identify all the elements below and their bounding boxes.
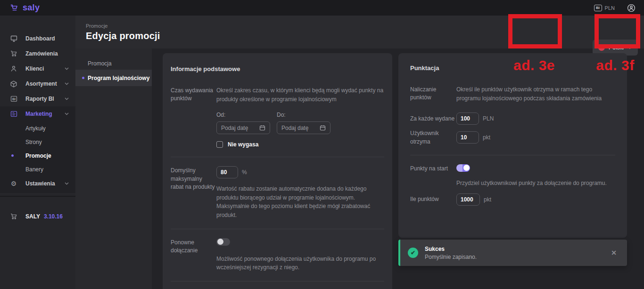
gear-icon: ⚙: [10, 180, 17, 187]
app-version: 3.10.16: [44, 213, 63, 220]
active-dot: [82, 77, 84, 79]
toast-title: Sukces: [425, 246, 611, 252]
no-expire-checkbox-row[interactable]: Nie wygasa: [216, 141, 384, 148]
currency-code: PLN: [605, 5, 615, 11]
divider: [171, 229, 384, 229]
account-icon[interactable]: [627, 4, 636, 12]
start-points-toggle[interactable]: [456, 164, 470, 172]
sidebar-item-banery[interactable]: Banery: [0, 162, 75, 176]
rejoin-row: Ponowne dołączanie Możliwość ponownego d…: [171, 238, 384, 272]
sidebar-item-artykuly[interactable]: Artykuły: [0, 121, 75, 135]
discount-row: Domyślny maksymalny rabat na produkty % …: [171, 166, 384, 219]
tab-promocja[interactable]: Promocja: [75, 48, 152, 70]
chevron-down-icon: [65, 82, 69, 85]
page-title: Edycja promocji: [86, 31, 160, 41]
banknote-icon: Bi: [594, 5, 602, 11]
breadcrumb: Promocje: [86, 23, 107, 29]
sidebar: Dashboard Zamówienia Klienci Asortyment: [0, 16, 75, 289]
cart-logo-icon: [10, 4, 21, 12]
sidebar-item-klienci[interactable]: Klienci: [0, 61, 75, 76]
start-points-amount-input[interactable]: [456, 193, 480, 206]
chevron-down-icon: [65, 182, 69, 185]
date-to-input[interactable]: Podaj datę: [277, 121, 330, 134]
sidebar-item-asortyment[interactable]: Asortyment: [0, 76, 75, 91]
svg-text:BI: BI: [12, 97, 16, 101]
scoring-row: Naliczanie punktów Określ ile punktów uż…: [410, 85, 615, 103]
chevron-down-icon: [65, 67, 69, 70]
sidebar-version: SALY 3.10.16: [0, 209, 75, 224]
start-points-row: Punkty na start Przydziel użytkownikowi …: [410, 164, 615, 188]
divider: [171, 157, 384, 157]
active-dot: [11, 154, 14, 157]
app-logo[interactable]: saly: [10, 3, 40, 13]
receive-row: Użytkownik otrzyma pkt: [410, 129, 615, 146]
points-card: Punktacja Naliczanie punktów Określ ile …: [398, 53, 627, 238]
sidebar-item-marketing[interactable]: Marketing: [0, 106, 75, 121]
person-icon: [10, 65, 17, 72]
tab-program-lojalnosciowy[interactable]: Program lojalnościowy: [75, 70, 152, 86]
brand-name: saly: [23, 3, 40, 13]
calendar-icon[interactable]: [320, 125, 326, 131]
marketing-board-icon: [10, 111, 17, 117]
section-title: Informacje podstawowe: [171, 65, 384, 72]
chevron-down-icon: [65, 97, 69, 100]
toast-message: Pomyślnie zapisano.: [425, 254, 611, 260]
currency-selector[interactable]: Bi PLN: [594, 5, 615, 11]
package-icon: [10, 80, 17, 88]
spent-row: Za każde wydane PLN: [410, 112, 615, 125]
sidebar-item-strony[interactable]: Strony: [0, 135, 75, 149]
receive-points-input[interactable]: [456, 131, 479, 144]
divider: [171, 281, 384, 281]
sidebar-item-dashboard[interactable]: Dashboard: [0, 31, 75, 46]
cart-icon: [10, 50, 17, 57]
no-expire-checkbox[interactable]: [216, 141, 223, 148]
poland-flag-icon: [598, 44, 605, 51]
success-toast: ✔ Sukces Pomyślnie zapisano. ✕: [398, 240, 627, 266]
promotion-tabs: Promocja Program lojalnościowy: [75, 48, 152, 289]
how-many-points-row: Ile punktów pkt: [410, 193, 615, 206]
chevron-down-icon: [65, 112, 69, 115]
close-icon[interactable]: ✕: [611, 249, 617, 257]
section-title: Punktacja: [410, 64, 615, 72]
discount-input[interactable]: [216, 166, 238, 178]
basic-info-card: Informacje podstawowe Czas wydawania pun…: [163, 53, 392, 289]
sidebar-item-promocje[interactable]: Promocje: [0, 149, 75, 162]
monitor-icon: [10, 35, 17, 42]
calendar-icon[interactable]: [259, 125, 265, 131]
date-from-group: Od: Podaj datę: [216, 112, 270, 134]
date-from-input[interactable]: Podaj datę: [216, 121, 270, 134]
bi-report-icon: BI: [10, 96, 17, 102]
sidebar-divider: [0, 196, 75, 197]
date-to-group: Do: Podaj datę: [277, 112, 330, 134]
page-header: Promocje Edycja promocji Polski Podgląd …: [75, 16, 644, 48]
check-circle-icon: ✔: [408, 248, 418, 258]
rejoin-toggle[interactable]: [216, 238, 230, 246]
cart-icon: [10, 213, 17, 220]
spent-amount-input[interactable]: [456, 112, 479, 125]
divider: [410, 155, 615, 155]
sidebar-item-ustawienia[interactable]: ⚙ Ustawienia: [0, 176, 75, 191]
sidebar-item-raporty-bi[interactable]: BI Raporty BI: [0, 91, 75, 106]
marketing-group: Marketing Artykuły Strony Promocje Baner…: [0, 106, 75, 193]
top-bar: saly Bi PLN: [0, 0, 644, 16]
sidebar-item-zamowienia[interactable]: Zamówienia: [0, 46, 75, 61]
app-name: SALY: [25, 213, 40, 220]
chevron-down-icon: [627, 46, 632, 49]
issue-time-row: Czas wydawania punktów Określ zakres cza…: [171, 86, 384, 148]
